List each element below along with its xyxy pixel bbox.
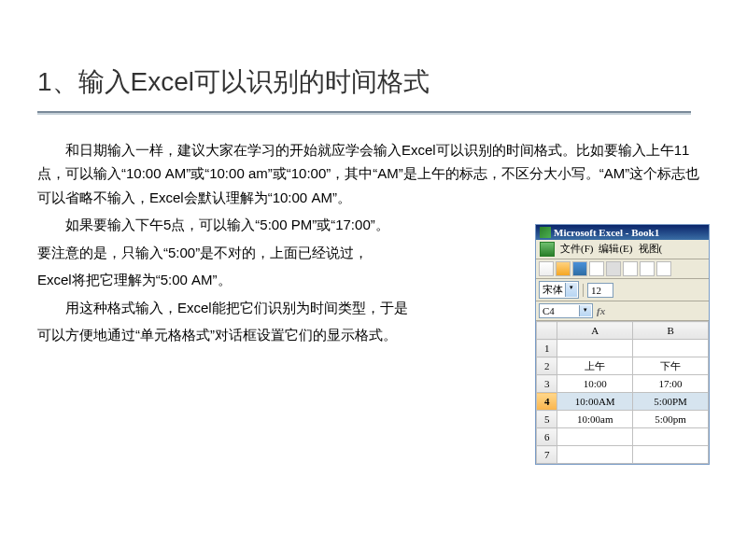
cell[interactable]: 17:00 (633, 375, 709, 393)
font-name-value: 宋体 (543, 284, 563, 295)
table-row: 1 (537, 340, 709, 357)
excel-title-bar: Microsoft Excel - Book1 (536, 225, 709, 240)
paragraph-4: Excel将把它理解为“5:00 AM”。 (37, 268, 542, 292)
cell[interactable]: 5:00pm (633, 411, 709, 428)
fx-icon[interactable]: fx (597, 305, 605, 316)
column-header-row: A B (537, 322, 709, 340)
row-header[interactable]: 3 (537, 375, 557, 393)
row-header[interactable]: 4 (537, 393, 557, 411)
row-header[interactable]: 5 (537, 411, 557, 428)
paragraph-3: 要注意的是，只输入“5:00”是不对的，上面已经说过， (37, 241, 542, 265)
slide: 1、输入Excel可以识别的时间格式 和日期输入一样，建议大家在学习的开始就应学… (0, 0, 747, 388)
paragraph-5: 用这种格式输入，Excel能把它们识别为时间类型，于是 (37, 296, 542, 320)
cell[interactable]: 10:00am (557, 411, 633, 428)
menu-file[interactable]: 文件(F) (560, 242, 593, 257)
chevron-down-icon: ▾ (579, 305, 591, 316)
col-header-b[interactable]: B (633, 322, 709, 340)
table-row: 5 10:00am 5:00pm (537, 411, 709, 428)
cell[interactable]: 上午 (557, 357, 633, 375)
cell[interactable]: 10:00AM (557, 393, 633, 411)
row-header[interactable]: 7 (537, 446, 557, 464)
cell[interactable]: 下午 (633, 357, 709, 375)
table-row-selected: 4 10:00AM 5:00PM (537, 393, 709, 411)
row-header[interactable]: 2 (537, 357, 557, 375)
table-row: 7 (537, 446, 709, 464)
cell[interactable] (633, 446, 709, 464)
toolbar-icon[interactable] (640, 261, 655, 276)
excel-window-title: Microsoft Excel - Book1 (554, 227, 659, 238)
open-icon[interactable] (556, 261, 571, 276)
title-underline (37, 111, 691, 115)
cell[interactable]: 5:00PM (633, 393, 709, 411)
new-icon[interactable] (539, 261, 554, 276)
toolbar-icon[interactable] (589, 261, 604, 276)
cell[interactable]: 10:00 (557, 375, 633, 393)
cell[interactable] (557, 428, 633, 446)
paragraph-6: 可以方便地通过“单元格格式”对话框设置它们的显示格式。 (37, 323, 542, 347)
select-all-corner[interactable] (537, 322, 557, 340)
excel-font-toolbar: 宋体 ▾ 12 (536, 279, 709, 301)
cell-address-value: C4 (543, 305, 555, 316)
cell[interactable] (633, 428, 709, 446)
cell-address-box[interactable]: C4 ▾ (539, 303, 593, 318)
excel-menu-bar: 文件(F) 编辑(E) 视图( (536, 240, 709, 259)
excel-screenshot: Microsoft Excel - Book1 文件(F) 编辑(E) 视图( … (535, 224, 710, 465)
menu-edit[interactable]: 编辑(E) (599, 242, 632, 257)
print-icon[interactable] (606, 261, 621, 276)
row-header[interactable]: 6 (537, 428, 557, 446)
print-preview-icon[interactable] (623, 261, 638, 276)
col-header-a[interactable]: A (557, 322, 633, 340)
excel-logo-icon (540, 227, 551, 238)
menu-view[interactable]: 视图( (639, 242, 663, 257)
paragraph-1: 和日期输入一样，建议大家在学习的开始就应学会输入Excel可以识别的时间格式。比… (37, 138, 710, 210)
table-row: 6 (537, 428, 709, 446)
cell[interactable] (633, 340, 709, 357)
row-header[interactable]: 1 (537, 340, 557, 357)
cell[interactable] (557, 340, 633, 357)
excel-toolbar (536, 259, 709, 279)
chevron-down-icon: ▾ (565, 283, 577, 297)
excel-address-bar: C4 ▾ fx (536, 301, 709, 321)
paragraph-2: 如果要输入下午5点，可以输入“5:00 PM”或“17:00”。 (37, 213, 542, 237)
font-name-dropdown[interactable]: 宋体 ▾ (539, 281, 579, 299)
toolbar-icon[interactable] (656, 261, 671, 276)
excel-grid: A B 1 2 上午 下午 3 10:00 17:00 (536, 321, 709, 464)
table-row: 2 上午 下午 (537, 357, 709, 375)
cell[interactable] (557, 446, 633, 464)
save-icon[interactable] (572, 261, 587, 276)
excel-app-icon (540, 242, 555, 257)
font-size-dropdown[interactable]: 12 (587, 283, 613, 298)
table-row: 3 10:00 17:00 (537, 375, 709, 393)
slide-title: 1、输入Excel可以识别的时间格式 (37, 64, 710, 100)
